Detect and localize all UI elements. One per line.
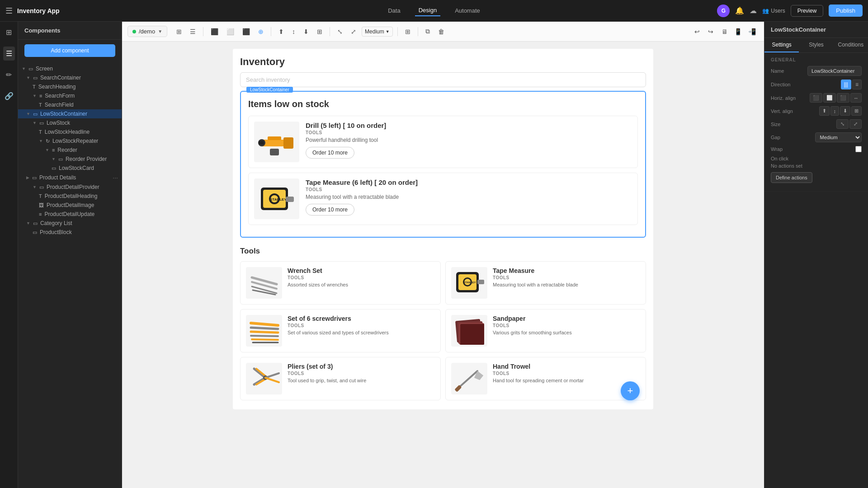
scale-button[interactable]: ⤡	[335, 26, 345, 37]
wrench-desc: Assorted sizes of wrenches	[288, 282, 435, 287]
valign-top-button[interactable]: ⬆	[276, 26, 287, 37]
panel-tabs: Settings Styles Conditions	[764, 38, 868, 53]
direction-vertical-button[interactable]: ≡	[852, 80, 862, 89]
low-stock-container-label: LowStockContainer	[246, 87, 293, 93]
align-center-button[interactable]: ⬜	[224, 26, 237, 37]
pliers-desc: Tool used to grip, twist, and cut wire	[288, 378, 435, 383]
tree-item-searchform[interactable]: ▼ ≡ SearchForm	[18, 91, 122, 100]
tablet-view-button[interactable]: 📱	[731, 26, 745, 37]
name-input[interactable]	[807, 66, 862, 76]
size-expand-button[interactable]: ⤢	[849, 119, 862, 129]
tab-styles[interactable]: Styles	[799, 38, 833, 52]
vert-align-middle-button[interactable]: ↕	[830, 106, 840, 116]
tree-item-searchcontainer[interactable]: ▼ ▭ SearchContainer	[18, 73, 122, 82]
sidebar-icon-components[interactable]: ☰	[3, 47, 15, 61]
cloud-icon[interactable]: ☁	[750, 6, 757, 15]
menu-icon[interactable]: ☰	[5, 6, 13, 16]
tree-item-reorderprovider[interactable]: ▼ ▭ Reorder Provider	[18, 155, 122, 164]
tool-card-screwdriver: Set of 6 screwdrivers TOOLS Set of vario…	[240, 309, 441, 352]
tree-item-productdetailupdate[interactable]: ≡ ProductDetailUpdate	[18, 210, 122, 219]
users-button[interactable]: 👥 Users	[762, 8, 785, 14]
horiz-align-center-button[interactable]: ⬜	[823, 93, 836, 103]
env-badge[interactable]: /demo ▼	[127, 26, 167, 37]
desktop-view-button[interactable]: 🖥	[719, 26, 731, 37]
fab-button[interactable]: +	[621, 381, 640, 400]
grid-view-button[interactable]: ⊞	[402, 26, 413, 37]
pliers-info: Pliers (set of 3) TOOLS Tool used to gri…	[288, 363, 435, 383]
gap-row: Gap Medium Small Large None	[771, 132, 862, 142]
tree-item-productdetailheading[interactable]: T ProductDetailHeading	[18, 192, 122, 201]
tree-item-categorylist[interactable]: ▼ ▭ Category List	[18, 219, 122, 228]
sidebar-icon-edit[interactable]: ✏	[3, 68, 14, 82]
nav-automate[interactable]: Automate	[451, 5, 484, 16]
icon-sidebar: ⊞ ☰ ✏ 🔗	[0, 22, 18, 488]
tree-item-searchheading[interactable]: T SearchHeading	[18, 82, 122, 91]
sidebar-icon-layers[interactable]: ⊞	[3, 25, 14, 39]
horiz-align-label: Horiz. align	[771, 95, 806, 101]
expand-button[interactable]: ⤢	[348, 26, 359, 37]
on-click-label: On click	[771, 156, 788, 161]
svg-rect-21	[477, 280, 484, 284]
tree-item-lowstockrepeater[interactable]: ▼ ↻ LowStockRepeater	[18, 136, 122, 145]
size-shrink-button[interactable]: ⤡	[836, 119, 849, 129]
svg-line-26	[252, 339, 278, 340]
publish-button[interactable]: Publish	[829, 5, 863, 17]
tree-item-productdetails[interactable]: ▶ ▭ Product Details ···	[18, 173, 122, 183]
mobile-view-button[interactable]: 📲	[745, 26, 759, 37]
tree-item-lowstockcard[interactable]: ▭ LowStockCard	[18, 164, 122, 173]
horiz-align-right-button[interactable]: ⬛	[837, 93, 849, 103]
define-actions-button[interactable]: Define actions	[771, 172, 812, 183]
tree-item-productdetailprovider[interactable]: ▼ ▭ ProductDetailProvider	[18, 183, 122, 192]
vert-align-spread-button[interactable]: ⊞	[851, 106, 862, 116]
nav-data[interactable]: Data	[384, 5, 404, 16]
tree-item-reorder[interactable]: ▼ ≡ Reorder	[18, 145, 122, 155]
tree-item-lowstockheadline[interactable]: T LowStockHeadline	[18, 127, 122, 136]
tree-item-searchfield[interactable]: T SearchField	[18, 100, 122, 109]
valign-middle-button[interactable]: ↕	[289, 26, 298, 37]
sidebar-icon-link[interactable]: 🔗	[2, 89, 16, 103]
svg-line-24	[251, 332, 278, 333]
redo-button[interactable]: ↪	[705, 26, 716, 37]
delete-button[interactable]: 🗑	[435, 26, 447, 37]
tape-order-button[interactable]: Order 10 more	[306, 204, 354, 216]
tree-item-lowstock[interactable]: ▼ ▭ LowStock	[18, 118, 122, 127]
tool-card-sandpaper: Sandpaper TOOLS Various grits for smooth…	[445, 309, 646, 352]
valign-bottom-button[interactable]: ⬇	[301, 26, 311, 37]
preview-button[interactable]: Preview	[791, 5, 824, 17]
avatar: G	[717, 5, 730, 17]
tree-item-productdetailimage[interactable]: 🖼 ProductDetailImage	[18, 201, 122, 210]
add-component-button[interactable]: Add component	[24, 44, 115, 57]
duplicate-button[interactable]: ⧉	[423, 26, 433, 37]
canvas-top-toolbar: /demo ▼ ⊞ ☰ ⬛ ⬜ ⬛ ⊕ ⬆ ↕ ⬇ ⊞ ⤡ ⤢ Medium ▼	[122, 22, 764, 42]
wrap-checkbox[interactable]	[855, 146, 862, 152]
tree-item-screen[interactable]: ▼ ▭ Screen	[18, 64, 122, 73]
drill-category: TOOLS	[306, 130, 632, 135]
horiz-align-stretch-button[interactable]: ↔	[850, 93, 862, 103]
tree-item-lowstockcontainer[interactable]: ▼ ▭ LowStockContainer	[18, 109, 122, 118]
nav-design[interactable]: Design	[415, 5, 440, 16]
gap-select[interactable]: Medium Small Large None	[815, 132, 862, 142]
align-stretch-button[interactable]: ⊕	[255, 26, 266, 37]
tree-item-productblock[interactable]: ▭ ProductBlock	[18, 228, 122, 237]
tab-conditions[interactable]: Conditions	[834, 38, 868, 52]
drill-order-button[interactable]: Order 10 more	[306, 147, 354, 159]
panel-component-name: LowStockContainer	[764, 22, 868, 38]
align-right-button[interactable]: ⬛	[240, 26, 253, 37]
valign-spread-button[interactable]: ⊞	[314, 26, 325, 37]
notification-icon[interactable]: 🔔	[735, 6, 744, 15]
size-dropdown[interactable]: Medium ▼	[362, 27, 393, 37]
drill-desc: Powerful handheld drilling tool	[306, 137, 632, 143]
layout-columns-button[interactable]: ⊞	[174, 26, 184, 37]
search-bar[interactable]: Search inventory	[240, 72, 646, 87]
vert-align-top-button[interactable]: ⬆	[819, 106, 830, 116]
undo-button[interactable]: ↩	[692, 26, 703, 37]
layout-rows-button[interactable]: ☰	[187, 26, 198, 37]
align-left-button[interactable]: ⬛	[208, 26, 221, 37]
tab-settings[interactable]: Settings	[764, 38, 799, 52]
horiz-align-left-button[interactable]: ⬛	[810, 93, 822, 103]
direction-horizontal-button[interactable]: |||	[841, 80, 851, 89]
product-details-menu-icon[interactable]: ···	[113, 174, 118, 181]
svg-line-23	[251, 328, 278, 329]
horiz-align-row: Horiz. align ⬛ ⬜ ⬛ ↔	[771, 93, 862, 103]
vert-align-bottom-button[interactable]: ⬇	[840, 106, 850, 116]
